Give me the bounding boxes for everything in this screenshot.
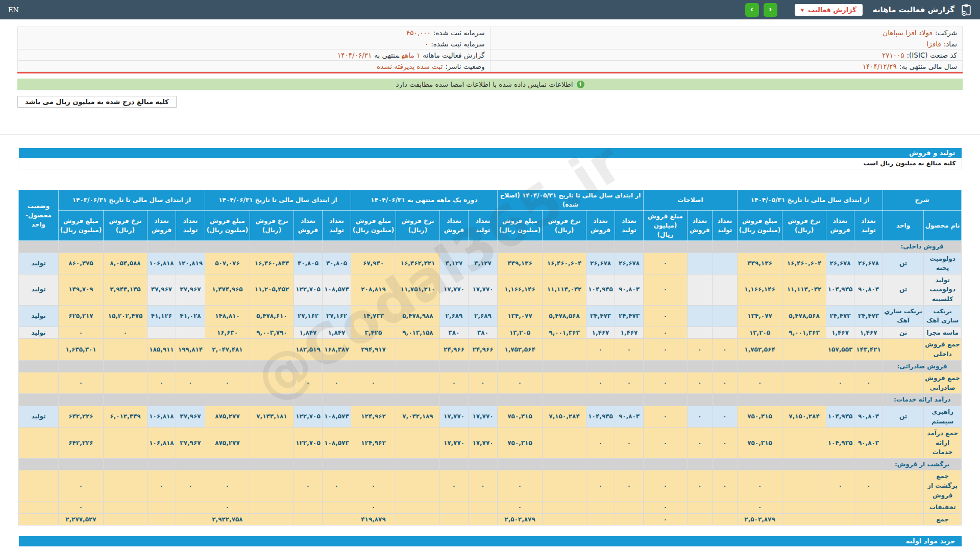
table-cell (351, 360, 396, 372)
table-cell (782, 513, 826, 525)
table-cell (498, 394, 543, 406)
table-cell: ۱۴۳,۴۲۱ (854, 339, 883, 360)
table-cell: ۳۷,۹۶۷ (176, 406, 205, 427)
table-cell (396, 394, 440, 406)
signature-match-text: اطلاعات نمایش داده شده با اطلاعات امضا ش… (396, 80, 573, 88)
table-cell: ماسه مجرا (924, 327, 962, 339)
language-toggle[interactable]: EN (8, 6, 19, 14)
table-cell: ۲۴,۴۷۳ (586, 305, 615, 327)
table-cell (713, 360, 738, 372)
table-cell: ۷۵۰,۳۱۵ (498, 428, 543, 459)
table-cell (615, 360, 644, 372)
prev-report-button[interactable]: ‹ (745, 3, 759, 17)
total-row: جمع برگشت از فروش۰۰۰۰۰۰۰۰۰۰۰۰۰۰۰۰۰۰ (18, 470, 961, 502)
table-cell (854, 394, 883, 406)
table-cell: ۱۳۴,۰۷۷ (498, 305, 543, 327)
table-cell (351, 241, 396, 253)
table-cell: ۱۵,۲۰۲,۴۷۵ (103, 305, 147, 327)
table-cell: ۰ (586, 339, 615, 360)
table-cell: ۲۶,۶۷۸ (615, 253, 644, 274)
column-header: تعداد تولید (322, 211, 351, 241)
column-header: تعداد فروش (586, 211, 615, 241)
table-cell: ۱۰۴,۹۳۵ (586, 274, 615, 305)
table-cell: ۰ (176, 470, 205, 502)
company-field: وضعیت ناشر:ثبت شده پذیرفته نشده (18, 61, 491, 72)
table-cell: ۶,۰۱۲,۳۳۹ (103, 406, 147, 427)
column-header: مبلغ فروش (میلیون ریال) (58, 211, 103, 241)
table-cell: ۲,۰۴۷,۴۸۱ (205, 339, 250, 360)
table-cell: ۰ (469, 470, 498, 502)
table-cell: ۰ (688, 470, 713, 502)
column-header: تعداد تولید (713, 211, 738, 241)
table-cell: ۸۷۵,۲۷۷ (205, 406, 250, 427)
table-cell (543, 428, 586, 459)
table-cell (176, 241, 205, 253)
field-value: ثبت شده پذیرفته نشده (377, 62, 443, 70)
table-cell: ۱۲۰,۸۱۹ (176, 253, 205, 274)
table-cell (854, 458, 883, 470)
field-value: ۴۵۰,۰۰۰ (406, 29, 431, 37)
table-cell (713, 394, 738, 406)
table-cell (688, 305, 713, 327)
table-cell: ۷,۱۵۰,۲۸۴ (782, 406, 826, 427)
table-cell: ۴۳۹,۱۳۶ (498, 253, 543, 274)
table-cell (826, 458, 854, 470)
table-cell: ۱۲۲,۷۰۵ (293, 274, 322, 305)
table-cell: ۰ (644, 513, 688, 525)
table-cell: ۱۲۴,۹۶۲ (351, 406, 396, 427)
table-cell (498, 360, 543, 372)
table-cell: ۸۶۰,۳۷۵ (58, 253, 103, 274)
table-cell (782, 339, 826, 360)
table-cell: ۰ (615, 372, 644, 394)
table-cell: ۲,۵۰۲,۸۷۹ (498, 513, 543, 525)
company-field: سرمایه ثبت شده:۴۵۰,۰۰۰ (18, 27, 491, 38)
column-header: از ابتدای سال مالی تا تاریخ ۱۴۰۴/۰۶/۳۱ (205, 190, 351, 211)
table-cell (586, 502, 615, 514)
table-cell: جمع (924, 513, 962, 525)
table-cell: ۱۶,۴۶۰,۶۰۴ (543, 253, 586, 274)
table-cell (883, 372, 924, 394)
table-cell (18, 360, 58, 372)
table-cell: ۱۸۵,۹۱۱ (147, 339, 176, 360)
table-cell: بریکت سازي آهک (883, 305, 924, 327)
table-cell: ۰ (293, 372, 322, 394)
table-cell: ۰ (644, 274, 688, 305)
page-title: گزارش فعالیت ماهانه (873, 5, 954, 14)
table-cell: ۷۵۰,۳۱۵ (738, 428, 782, 459)
table-cell: ۰ (644, 406, 688, 427)
chevron-down-icon: ▾ (801, 6, 804, 14)
table-cell (322, 458, 351, 470)
table-cell: ۳۷,۹۶۷ (176, 274, 205, 305)
report-type-button[interactable]: گزارش فعالیت ▾ (795, 4, 863, 16)
table-cell: ۱۴,۷۳۳ (351, 305, 396, 327)
field-value: فولاد افزا سپاهان (883, 29, 933, 37)
company-field: سرمایه ثبت نشده:۰ (18, 38, 491, 49)
field-label: شرکت: (935, 29, 957, 37)
table-cell (396, 513, 440, 525)
table-cell: ۴۱,۰۲۸ (176, 305, 205, 327)
table-cell (250, 241, 293, 253)
table-cell (396, 372, 440, 394)
next-report-button[interactable]: › (764, 3, 777, 17)
table-cell: ۳۰,۸۰۵ (293, 253, 322, 274)
table-cell: ۱۰۸,۵۷۳ (322, 274, 351, 305)
table-cell (18, 241, 58, 253)
table-cell (688, 274, 713, 305)
table-cell (615, 394, 644, 406)
table-cell: ۲۴,۴۷۳ (615, 305, 644, 327)
table-cell (782, 470, 826, 502)
company-table-body: شرکت:فولاد افزا سپاهانسرمایه ثبت شده:۴۵۰… (18, 27, 963, 72)
column-header: مبلغ فروش (میلیون ریال) (498, 211, 543, 241)
table-cell: ۶۴۲,۲۲۶ (58, 406, 103, 427)
unit-note-wrap: کلیه مبالغ درج شده به میلیون ریال می باش… (0, 90, 980, 108)
table-cell (176, 394, 205, 406)
table-cell: ۱۸۲,۵۱۹ (293, 339, 322, 360)
table-cell: ۲,۶۸۹ (469, 305, 498, 327)
table-cell (688, 327, 713, 339)
table-cell (322, 241, 351, 253)
table-cell (782, 394, 826, 406)
table-cell: ۱۶,۴۶۲,۳۲۱ (396, 253, 440, 274)
table-cell: ۰ (713, 339, 738, 360)
header-row: نام محصولواحدتعداد تولیدتعداد فروشنرخ فر… (18, 211, 961, 241)
table-cell: ۱۴۸,۸۱۰ (205, 305, 250, 327)
